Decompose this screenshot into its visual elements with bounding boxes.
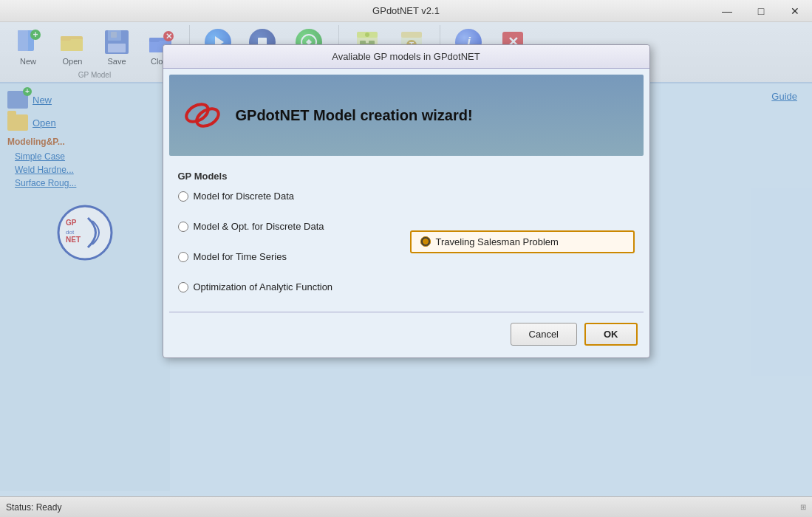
radio-analytic[interactable]	[178, 282, 188, 292]
maximize-button[interactable]: □	[744, 0, 778, 22]
selected-option-column: Traveling Salesman Problem	[410, 230, 635, 253]
window-controls: — □ ✕	[710, 0, 812, 22]
wizard-link-icon	[184, 97, 221, 134]
dialog-title-bar: Avaliable GP models in GPdotNET	[163, 45, 649, 69]
radio-time-series[interactable]	[178, 252, 188, 262]
modal-overlay: Avaliable GP models in GPdotNET GPdotNET…	[0, 22, 812, 496]
ok-button[interactable]: OK	[584, 323, 638, 346]
dialog-body: GP Models Model for Discrete Data Model …	[163, 162, 649, 301]
radio-discrete-opt[interactable]	[178, 222, 188, 232]
resize-handle[interactable]: ⊞	[800, 503, 806, 511]
selected-option-box: Traveling Salesman Problem	[410, 230, 635, 253]
cancel-button[interactable]: Cancel	[511, 323, 577, 346]
radio-options-column: Model for Discrete Data Model & Opt. for…	[178, 191, 403, 292]
radio-tsp[interactable]	[420, 236, 431, 247]
option-discrete-opt[interactable]: Model & Opt. for Discrete Data	[178, 221, 403, 232]
title-bar: GPdotNET v2.1 — □ ✕	[0, 0, 812, 22]
selected-option-label: Traveling Salesman Problem	[436, 236, 559, 247]
status-value: Ready	[36, 502, 62, 513]
option-time-series[interactable]: Model for Time Series	[178, 251, 403, 262]
option-time-series-label: Model for Time Series	[194, 251, 287, 262]
dialog-buttons: Cancel OK	[163, 323, 649, 357]
wizard-title: GPdotNET Model creation wizard!	[236, 107, 473, 124]
option-analytic[interactable]: Optimization of Analytic Function	[178, 281, 403, 292]
dialog-title: Avaliable GP models in GPdotNET	[332, 51, 480, 62]
window-title: GPdotNET v2.1	[372, 5, 440, 16]
wizard-dialog: Avaliable GP models in GPdotNET GPdotNET…	[163, 44, 650, 358]
svg-point-34	[194, 105, 221, 129]
gp-models-label: GP Models	[178, 171, 635, 182]
models-grid: Model for Discrete Data Model & Opt. for…	[178, 191, 635, 292]
radio-discrete[interactable]	[178, 191, 188, 202]
minimize-button[interactable]: —	[710, 0, 744, 22]
option-discrete-opt-label: Model & Opt. for Discrete Data	[194, 221, 324, 232]
option-discrete-label: Model for Discrete Data	[194, 191, 295, 202]
wizard-header: GPdotNET Model creation wizard!	[169, 75, 644, 156]
status-label: Status:	[6, 502, 33, 513]
dialog-separator	[169, 312, 644, 312]
option-discrete[interactable]: Model for Discrete Data	[178, 191, 403, 202]
close-window-button[interactable]: ✕	[778, 0, 812, 22]
status-bar: Status: Ready ⊞	[0, 496, 812, 517]
option-analytic-label: Optimization of Analytic Function	[194, 281, 333, 292]
